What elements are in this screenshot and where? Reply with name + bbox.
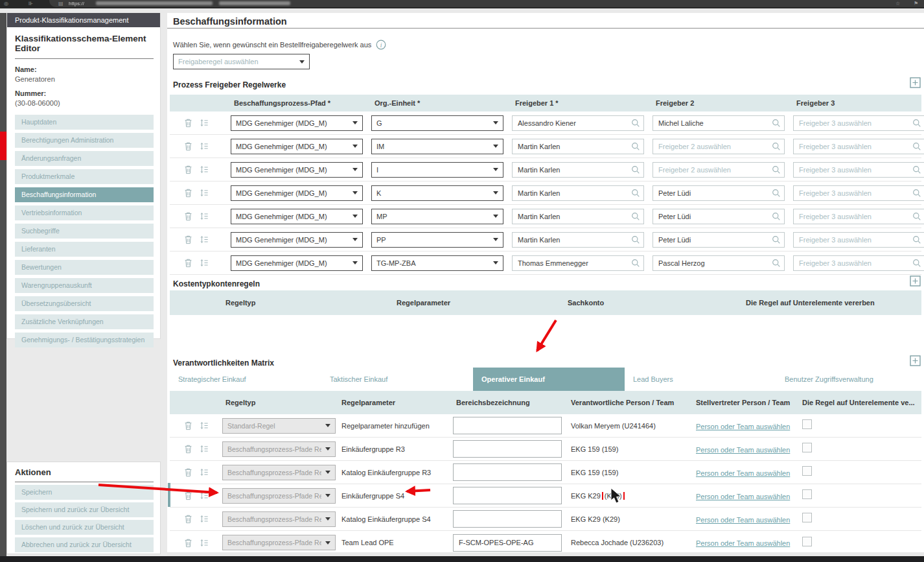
sidebar-item-zusaetzliche-verknuepfungen[interactable]: Zusätzliche Verknüpfungen <box>15 314 154 329</box>
beschaffungsprozess-pfad-select[interactable]: MDG Genehmiger (MDG_M) <box>231 209 363 224</box>
regeltyp-select[interactable]: Beschaffungsprozess-Pfade Regel <box>222 465 336 480</box>
delete-row-icon[interactable] <box>184 211 192 221</box>
person-oder-team-link[interactable]: Person oder Team auswählen <box>696 493 790 500</box>
add-kosten-rule-button[interactable] <box>910 275 921 289</box>
freigeber3-input[interactable] <box>793 185 924 201</box>
org-einheit-select[interactable]: PP <box>371 232 503 248</box>
sidebar-item-genehmigungs-bestaetigungsstrategien[interactable]: Genehmigungs- / Bestätigungsstrategien <box>15 333 154 347</box>
freigeber3-input[interactable] <box>793 255 924 271</box>
person-oder-team-link[interactable]: Person oder Team auswählen <box>696 423 790 430</box>
org-einheit-select[interactable]: IM <box>371 139 503 154</box>
sidebar-item-hauptdaten[interactable]: Hauptdaten <box>15 115 154 130</box>
reorder-row-icon[interactable] <box>200 141 209 151</box>
sidebar-item-beschaffungsinformation[interactable]: Beschaffungsinformation <box>15 187 154 202</box>
delete-row-icon[interactable] <box>184 118 192 128</box>
delete-and-back-button[interactable]: Löschen und zurück zur Übersicht <box>15 520 154 535</box>
beschaffungsprozess-pfad-select[interactable]: MDG Genehmiger (MDG_M) <box>231 185 363 201</box>
vererben-checkbox[interactable] <box>802 489 812 499</box>
freigeber3-input[interactable] <box>793 139 924 154</box>
vererben-checkbox[interactable] <box>802 466 812 476</box>
delete-row-icon[interactable] <box>184 467 192 477</box>
reorder-row-icon[interactable] <box>200 538 209 548</box>
regeltyp-select[interactable]: Beschaffungsprozess-Pfade Regel <box>222 488 336 504</box>
regeltyp-select[interactable]: Beschaffungsprozess-Pfade Regel <box>222 511 336 527</box>
add-prozess-rule-button[interactable] <box>910 77 921 91</box>
info-icon[interactable]: i <box>376 40 386 50</box>
freigeber3-input[interactable] <box>793 209 924 224</box>
org-einheit-select[interactable]: MP <box>371 209 503 224</box>
person-oder-team-link[interactable]: Person oder Team auswählen <box>696 516 790 524</box>
bereichsbezeichnung-input[interactable] <box>453 417 562 434</box>
extensions-icon[interactable]: ⚑ <box>914 1 918 6</box>
freigeber3-input[interactable] <box>793 115 924 131</box>
reorder-row-icon[interactable] <box>200 514 209 524</box>
vererben-checkbox[interactable] <box>802 419 812 429</box>
reorder-row-icon[interactable] <box>200 235 209 244</box>
bereichsbezeichnung-input[interactable] <box>453 440 562 458</box>
beschaffungsprozess-pfad-select[interactable]: MDG Genehmiger (MDG_M) <box>231 255 363 271</box>
freigeber2-input[interactable] <box>653 209 785 224</box>
freigeber2-input[interactable] <box>653 185 785 201</box>
person-oder-team-link[interactable]: Person oder Team auswählen <box>696 469 790 477</box>
regeltyp-select[interactable]: Beschaffungsprozess-Pfade Regel <box>222 441 336 457</box>
tab-taktischer-einkauf[interactable]: Taktischer Einkauf <box>321 369 473 389</box>
freigeber2-input[interactable] <box>653 232 785 248</box>
sidebar-item-uebersetzungsuebersicht[interactable]: Übersetzungsübersicht <box>15 296 154 311</box>
reorder-row-icon[interactable] <box>200 421 209 430</box>
bereichsbezeichnung-input[interactable] <box>453 463 562 481</box>
org-einheit-select[interactable]: I <box>371 162 503 178</box>
reorder-row-icon[interactable] <box>200 188 209 198</box>
bereichsbezeichnung-input[interactable] <box>453 487 562 504</box>
browser-menu-icon[interactable]: ◎ <box>4 1 8 6</box>
delete-row-icon[interactable] <box>184 141 192 151</box>
sidebar-item-bewertungen[interactable]: Bewertungen <box>15 260 154 275</box>
reorder-row-icon[interactable] <box>200 118 209 128</box>
cancel-and-back-button[interactable]: Abbrechen und zurück zur Übersicht <box>15 537 154 552</box>
freigeber2-input[interactable] <box>653 162 785 178</box>
sidebar-item-lieferanten[interactable]: Lieferanten <box>15 242 154 257</box>
sidebar-item-aenderungsanfragen[interactable]: Änderungsanfragen <box>15 151 154 166</box>
save-and-back-button[interactable]: Speichern und zurück zur Übersicht <box>15 502 154 517</box>
save-button[interactable]: Speichern <box>15 485 154 500</box>
tab-operativer-einkauf[interactable]: Operativer Einkauf <box>473 368 625 391</box>
reorder-row-icon[interactable] <box>200 444 209 454</box>
reorder-row-icon[interactable] <box>200 258 209 268</box>
freigeber2-input[interactable] <box>653 115 785 131</box>
beschaffungsprozess-pfad-select[interactable]: MDG Genehmiger (MDG_M) <box>231 115 363 131</box>
freigeber3-input[interactable] <box>793 232 924 248</box>
freigeber1-input[interactable] <box>512 115 644 131</box>
freigeber1-input[interactable] <box>512 255 644 271</box>
tab-strategischer-einkauf[interactable]: Strategischer Einkauf <box>170 369 321 389</box>
delete-row-icon[interactable] <box>184 421 192 430</box>
regeltyp-select[interactable]: Beschaffungsprozess-Pfade Regel <box>222 535 336 550</box>
delete-row-icon[interactable] <box>184 258 192 268</box>
sidebar-item-produktmerkmale[interactable]: Produktmerkmale <box>15 169 154 184</box>
freigeber2-input[interactable] <box>653 139 785 154</box>
bookmark-star-icon[interactable]: ☆ <box>895 1 900 6</box>
sidebar-item-suchbegriffe[interactable]: Suchbegriffe <box>15 224 154 239</box>
freigeber3-input[interactable] <box>793 162 924 178</box>
sidebar-item-warengruppenauskunft[interactable]: Warengruppenauskunft <box>15 278 154 293</box>
delete-row-icon[interactable] <box>184 188 192 198</box>
delete-row-icon[interactable] <box>184 444 192 454</box>
sidebar-item-berechtigungen-administration[interactable]: Berechtigungen Administration <box>15 133 154 148</box>
person-oder-team-link[interactable]: Person oder Team auswählen <box>696 446 790 454</box>
vererben-checkbox[interactable] <box>802 513 812 522</box>
freigaberegel-select[interactable]: Freigaberegel auswählen <box>173 54 310 69</box>
bereichsbezeichnung-input[interactable] <box>453 534 562 552</box>
regeltyp-select[interactable]: Standard-Regel <box>222 418 336 434</box>
sidebar-item-vertriebsinformation[interactable]: Vertriebsinformation <box>15 205 154 220</box>
address-bar[interactable]: ▤ https:// ☆ <box>49 0 924 7</box>
delete-row-icon[interactable] <box>184 491 192 500</box>
freigeber1-input[interactable] <box>512 139 644 154</box>
org-einheit-select[interactable]: TG-MP-ZBA <box>371 255 503 271</box>
freigeber1-input[interactable] <box>512 209 644 224</box>
beschaffungsprozess-pfad-select[interactable]: MDG Genehmiger (MDG_M) <box>231 139 363 154</box>
delete-row-icon[interactable] <box>184 165 192 174</box>
person-oder-team-link[interactable]: Person oder Team auswählen <box>696 539 790 547</box>
reorder-row-icon[interactable] <box>200 491 209 500</box>
delete-row-icon[interactable] <box>184 514 192 524</box>
add-matrix-rule-button[interactable] <box>910 355 921 369</box>
reorder-row-icon[interactable] <box>200 165 209 174</box>
org-einheit-select[interactable]: K <box>371 185 503 201</box>
